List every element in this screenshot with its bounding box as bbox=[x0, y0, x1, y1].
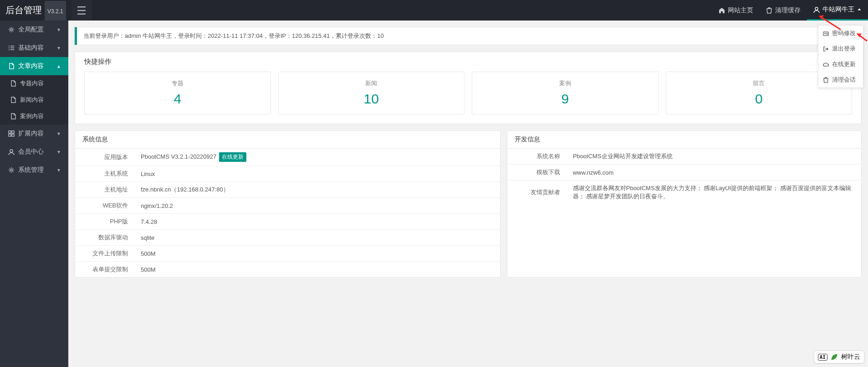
sidebar-subitem[interactable]: 专题内容 bbox=[0, 75, 68, 92]
nav-home[interactable]: 网站主页 bbox=[712, 0, 760, 21]
app-title: 后台管理 bbox=[5, 0, 42, 21]
gear-icon bbox=[8, 26, 15, 33]
devinfo-table: 系统名称PbootCMS企业网站开发建设管理系统模板下载www.nzw6.com… bbox=[507, 149, 861, 204]
sidebar-item[interactable]: 基础内容 ▾ bbox=[0, 39, 68, 57]
bars-icon bbox=[77, 6, 86, 15]
info-key: WEB软件 bbox=[75, 198, 134, 214]
logo[interactable]: 后台管理 V3.2.1 bbox=[0, 0, 71, 21]
doc-icon bbox=[8, 63, 15, 69]
quick-card-label: 案例 bbox=[472, 79, 658, 88]
sidebar-item[interactable]: 扩展内容 ▾ bbox=[0, 124, 68, 143]
sidebar-item-label: 基础内容 bbox=[18, 44, 44, 52]
gear-icon bbox=[8, 167, 15, 173]
sidebar-item-label: 文章内容 bbox=[18, 62, 44, 70]
table-row: 模板下载www.nzw6.com bbox=[507, 165, 861, 181]
quick-card[interactable]: 专题4 bbox=[84, 72, 271, 114]
info-key: 友情贡献者 bbox=[507, 181, 567, 205]
table-row: WEB软件 nginx/1.20.2 bbox=[75, 198, 500, 214]
info-key: 文件上传限制 bbox=[75, 246, 134, 262]
chevron-icon: ▾ bbox=[57, 45, 60, 51]
sysinfo-title: 系统信息 bbox=[75, 131, 500, 149]
quick-card-label: 专题 bbox=[85, 79, 271, 88]
info-value: Linux bbox=[134, 166, 500, 182]
nav-user-label: 牛站网牛王 bbox=[822, 5, 854, 14]
sidebar-subitem[interactable]: 案例内容 bbox=[0, 108, 68, 124]
quick-card-value: 9 bbox=[472, 91, 658, 107]
trash-icon bbox=[823, 77, 829, 83]
content: 当前登录用户：admin 牛站网牛王，登录时间：2022-11-11 17:37… bbox=[68, 21, 868, 284]
chevron-icon: ▾ bbox=[57, 26, 60, 33]
home-icon bbox=[719, 7, 725, 14]
dropdown-item[interactable]: 在线更新 bbox=[818, 57, 863, 72]
sidebar-submenu: 专题内容新闻内容案例内容 bbox=[0, 75, 68, 124]
chevron-icon: ▾ bbox=[57, 130, 60, 137]
dropdown-item-label: 密码修改 bbox=[832, 29, 856, 37]
grid-icon bbox=[8, 130, 15, 137]
info-value: PbootCMS V3.2.1-20220927在线更新 bbox=[134, 149, 500, 166]
sidebar-item-label: 扩展内容 bbox=[18, 129, 44, 138]
sidebar-item-label: 全局配置 bbox=[18, 26, 44, 34]
doc-icon bbox=[10, 80, 16, 87]
info-key: 表单提交限制 bbox=[75, 262, 134, 278]
table-row: 文件上传限制 500M bbox=[75, 246, 500, 262]
sidebar-subitem-label: 新闻内容 bbox=[20, 96, 44, 104]
info-value: 感谢交流群各网友对PbootCMS发展的大力支持； 感谢LayUI提供的前端框架… bbox=[567, 181, 861, 205]
table-row: 主机地址 fze.nbnk.cn（192.168.0.247:80） bbox=[75, 182, 500, 198]
topbar: 后台管理 V3.2.1 网站主页 清理缓存 牛站网牛王 bbox=[0, 0, 868, 21]
table-row: 应用版本 PbootCMS V3.2.1-20220927在线更新 bbox=[75, 149, 500, 166]
info-key: 应用版本 bbox=[75, 149, 134, 166]
sidebar-subitem[interactable]: 新闻内容 bbox=[0, 92, 68, 108]
info-key: 主机系统 bbox=[75, 166, 134, 182]
table-row: PHP版 7.4.28 bbox=[75, 214, 500, 230]
sidebar-item-label: 会员中心 bbox=[18, 148, 44, 156]
info-value: 7.4.28 bbox=[134, 214, 500, 230]
version-badge: V3.2.1 bbox=[45, 1, 66, 22]
info-value: sqlite bbox=[134, 230, 500, 246]
quick-card-label: 新闻 bbox=[279, 79, 465, 88]
nav-clear-cache[interactable]: 清理缓存 bbox=[760, 0, 807, 21]
nav-user-menu[interactable]: 牛站网牛王 bbox=[807, 0, 868, 21]
info-key: 主机地址 bbox=[75, 182, 134, 198]
sidebar-item[interactable]: 文章内容 ▴ bbox=[0, 57, 68, 75]
info-value: 500M bbox=[134, 246, 500, 262]
list-icon bbox=[8, 45, 15, 51]
id-icon bbox=[823, 31, 829, 36]
quick-card-value: 10 bbox=[279, 91, 465, 107]
dropdown-item[interactable]: 退出登录 bbox=[818, 41, 863, 57]
login-notice: 当前登录用户：admin 牛站网牛王，登录时间：2022-11-11 17:37… bbox=[75, 27, 862, 45]
sidebar-subitem-label: 案例内容 bbox=[20, 112, 44, 120]
notice-text: 当前登录用户：admin 牛站网牛王，登录时间：2022-11-11 17:37… bbox=[83, 32, 384, 39]
doc-icon bbox=[10, 113, 16, 119]
table-row: 数据库驱动 sqlite bbox=[75, 230, 500, 246]
user-icon bbox=[8, 149, 15, 155]
info-key: 数据库驱动 bbox=[75, 230, 134, 246]
quick-grid: 专题4新闻10案例9留言0 bbox=[84, 72, 852, 114]
quick-card[interactable]: 新闻10 bbox=[278, 72, 465, 114]
dropdown-item[interactable]: 密码修改 bbox=[818, 26, 863, 41]
quick-title: 快捷操作 bbox=[84, 57, 852, 66]
caret-up-icon bbox=[857, 7, 862, 12]
chevron-icon: ▾ bbox=[57, 167, 60, 173]
sidebar-item-label: 系统管理 bbox=[18, 166, 44, 174]
table-row: 表单提交限制 500M bbox=[75, 262, 500, 278]
user-icon bbox=[813, 6, 820, 13]
info-value: nginx/1.20.2 bbox=[134, 198, 500, 214]
dropdown-item[interactable]: 清理会话 bbox=[818, 72, 863, 88]
sidebar-item[interactable]: 系统管理 ▾ bbox=[0, 161, 68, 179]
nav-clear-cache-label: 清理缓存 bbox=[775, 6, 801, 15]
info-value: fze.nbnk.cn（192.168.0.247:80） bbox=[134, 182, 500, 198]
info-value: 500M bbox=[134, 262, 500, 278]
quick-card[interactable]: 案例9 bbox=[472, 72, 659, 114]
update-badge[interactable]: 在线更新 bbox=[219, 152, 246, 162]
sidebar-subitem-label: 专题内容 bbox=[20, 79, 44, 88]
doc-icon bbox=[10, 97, 16, 103]
sysinfo-panel: 系统信息 应用版本 PbootCMS V3.2.1-20220927在线更新主机… bbox=[75, 130, 500, 278]
sidebar-item[interactable]: 全局配置 ▾ bbox=[0, 21, 68, 39]
info-key: PHP版 bbox=[75, 214, 134, 230]
sidebar-item[interactable]: 会员中心 ▾ bbox=[0, 143, 68, 161]
info-row: 系统信息 应用版本 PbootCMS V3.2.1-20220927在线更新主机… bbox=[75, 130, 862, 278]
logout-icon bbox=[823, 46, 829, 52]
user-dropdown: 密码修改退出登录在线更新清理会话 bbox=[818, 25, 863, 88]
menu-toggle-button[interactable] bbox=[71, 0, 92, 21]
quick-panel: 快捷操作 专题4新闻10案例9留言0 bbox=[75, 52, 862, 124]
